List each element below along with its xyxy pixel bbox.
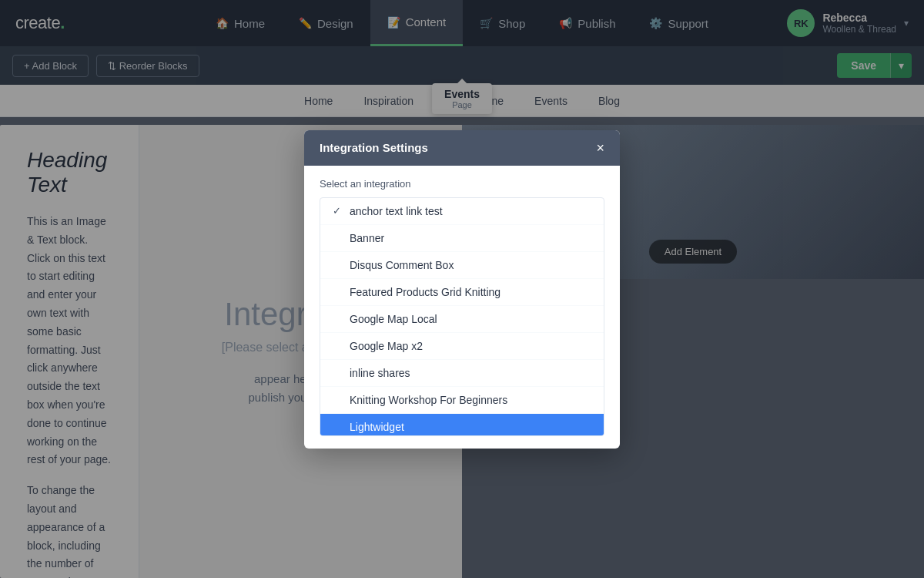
list-item[interactable]: Knitting Workshop For Beginners — [320, 387, 604, 414]
modal-close-button[interactable]: × — [596, 141, 604, 155]
integration-settings-modal: Integration Settings × Select an integra… — [304, 130, 620, 449]
list-item[interactable]: Lightwidget — [320, 414, 604, 436]
list-item[interactable]: inline shares — [320, 360, 604, 387]
integration-list: anchor text link testBannerDisqus Commen… — [320, 197, 604, 436]
list-item[interactable]: anchor text link test — [320, 198, 604, 225]
list-item[interactable]: Google Map x2 — [320, 333, 604, 360]
modal-select-label: Select an integration — [320, 178, 604, 190]
modal-overlay[interactable]: Integration Settings × Select an integra… — [0, 0, 924, 578]
modal-body: Select an integration anchor text link t… — [304, 166, 620, 449]
modal-title: Integration Settings — [320, 141, 428, 154]
list-item[interactable]: Banner — [320, 225, 604, 252]
modal-header: Integration Settings × — [304, 130, 620, 166]
list-item[interactable]: Google Map Local — [320, 306, 604, 333]
list-item[interactable]: Featured Products Grid Knitting — [320, 279, 604, 306]
list-item[interactable]: Disqus Comment Box — [320, 252, 604, 279]
